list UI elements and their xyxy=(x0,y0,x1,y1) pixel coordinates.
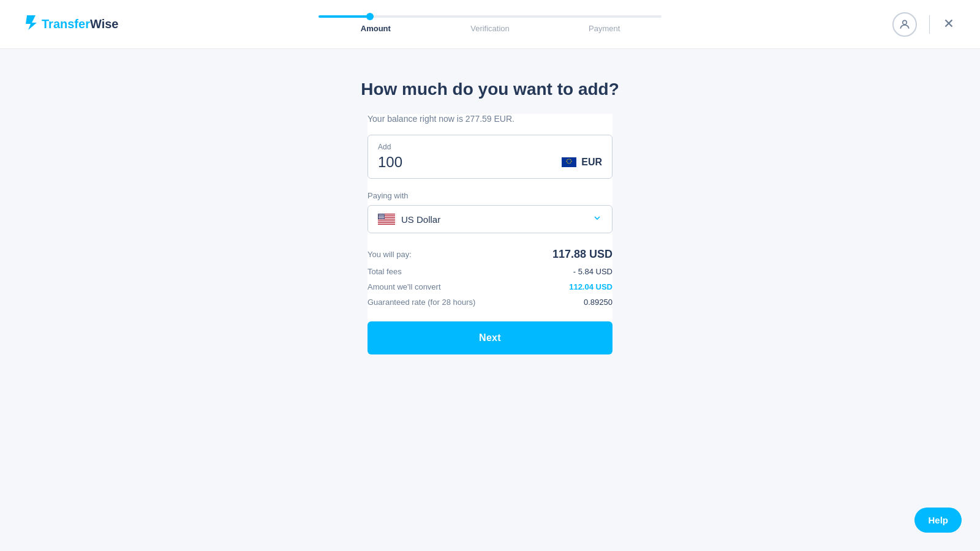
svg-point-11 xyxy=(567,159,568,160)
logo-text: TransferWise xyxy=(42,17,118,31)
page-title: How much do you want to add? xyxy=(361,80,619,99)
you-will-pay-value: 117.88 USD xyxy=(552,248,612,261)
svg-point-10 xyxy=(567,161,568,162)
svg-point-4 xyxy=(568,159,570,160)
step-verification: Verification xyxy=(433,24,548,33)
svg-point-25 xyxy=(383,214,384,215)
step-payment: Payment xyxy=(547,24,662,33)
currency-display: EUR xyxy=(562,157,602,168)
svg-point-38 xyxy=(380,217,381,217)
svg-point-23 xyxy=(382,214,382,215)
svg-point-45 xyxy=(382,217,382,218)
summary-row-convert: Amount we'll convert 112.04 USD xyxy=(368,282,612,291)
svg-point-31 xyxy=(379,216,379,217)
summary-section: You will pay: 117.88 USD Total fees - 5.… xyxy=(368,248,612,307)
svg-rect-18 xyxy=(378,223,395,223)
balance-text: Your balance right now is 277.59 EUR. xyxy=(368,114,612,124)
paying-with-dropdown[interactable]: US Dollar xyxy=(368,205,612,233)
progress-steps: Amount Verification Payment xyxy=(318,15,662,33)
svg-rect-16 xyxy=(378,220,395,220)
logo: TransferWise xyxy=(24,14,118,35)
svg-point-51 xyxy=(382,218,383,219)
svg-point-27 xyxy=(380,215,381,216)
svg-point-9 xyxy=(567,162,568,163)
guaranteed-rate-label: Guaranteed rate (for 28 hours) xyxy=(368,298,475,307)
currency-code: EUR xyxy=(581,157,602,168)
us-flag-icon xyxy=(378,214,395,225)
amount-convert-label: Amount we'll convert xyxy=(368,282,441,291)
main-content: How much do you want to add? Your balanc… xyxy=(0,49,980,385)
summary-row-pay: You will pay: 117.88 USD xyxy=(368,248,612,261)
svg-point-32 xyxy=(380,216,380,217)
amount-value[interactable]: 100 xyxy=(378,154,402,171)
svg-point-52 xyxy=(383,218,384,219)
svg-point-21 xyxy=(380,214,380,215)
logo-icon xyxy=(24,14,38,35)
progress-bar xyxy=(318,15,662,18)
svg-point-46 xyxy=(383,217,383,218)
svg-point-48 xyxy=(379,218,380,219)
svg-point-29 xyxy=(382,215,383,216)
svg-point-40 xyxy=(382,217,383,217)
progress-dot xyxy=(366,13,374,20)
svg-point-24 xyxy=(383,214,383,215)
svg-point-47 xyxy=(383,217,384,218)
amount-convert-value: 112.04 USD xyxy=(569,282,612,291)
svg-point-6 xyxy=(571,161,572,162)
close-button[interactable] xyxy=(942,17,956,32)
svg-point-7 xyxy=(570,162,571,163)
amount-box: Add 100 xyxy=(368,135,612,179)
svg-point-42 xyxy=(379,217,379,218)
svg-point-33 xyxy=(380,216,381,217)
user-icon-button[interactable] xyxy=(892,12,917,37)
svg-point-34 xyxy=(382,216,382,217)
summary-row-fees: Total fees - 5.84 USD xyxy=(368,267,612,276)
svg-point-43 xyxy=(380,217,380,218)
header-divider xyxy=(929,15,930,34)
svg-point-8 xyxy=(568,163,570,164)
help-button[interactable]: Help xyxy=(914,508,962,533)
paying-with-name: US Dollar xyxy=(401,214,440,225)
amount-row: 100 xyxy=(378,154,602,171)
step-amount: Amount xyxy=(318,24,433,33)
svg-point-26 xyxy=(379,215,380,216)
guaranteed-rate-value: 0.89250 xyxy=(584,298,612,307)
svg-point-49 xyxy=(380,218,381,219)
svg-point-44 xyxy=(380,217,381,218)
total-fees-value: - 5.84 USD xyxy=(573,267,612,276)
amount-label: Add xyxy=(378,143,602,151)
header: TransferWise Amount Verification Payment xyxy=(0,0,980,49)
svg-point-39 xyxy=(381,217,382,217)
progress-fill xyxy=(318,15,374,18)
step-labels: Amount Verification Payment xyxy=(318,24,662,33)
svg-point-20 xyxy=(379,214,379,215)
svg-point-50 xyxy=(381,218,382,219)
svg-point-28 xyxy=(381,215,382,216)
you-will-pay-label: You will pay: xyxy=(368,250,412,259)
svg-point-35 xyxy=(383,216,383,217)
svg-rect-17 xyxy=(378,221,395,222)
svg-point-22 xyxy=(380,214,381,215)
svg-point-30 xyxy=(383,215,384,216)
content-card: Your balance right now is 277.59 EUR. Ad… xyxy=(368,114,612,354)
svg-point-5 xyxy=(570,159,571,160)
header-actions xyxy=(892,12,956,37)
chevron-down-icon xyxy=(592,213,602,225)
paying-with-label: Paying with xyxy=(368,191,612,200)
total-fees-label: Total fees xyxy=(368,267,402,276)
svg-point-0 xyxy=(903,20,907,24)
eu-flag-icon xyxy=(562,157,576,167)
next-button[interactable]: Next xyxy=(368,321,612,354)
svg-point-37 xyxy=(379,217,380,217)
svg-point-41 xyxy=(383,217,384,217)
paying-with-left: US Dollar xyxy=(378,214,440,225)
svg-point-36 xyxy=(383,216,384,217)
summary-row-rate: Guaranteed rate (for 28 hours) 0.89250 xyxy=(368,298,612,307)
